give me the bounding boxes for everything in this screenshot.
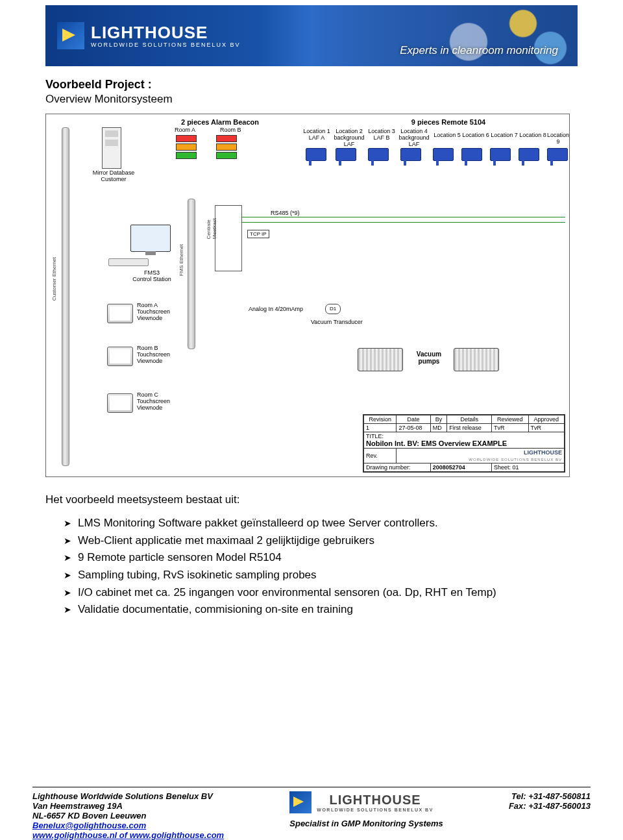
d1-label: D1 [325, 304, 341, 314]
alarm-beacon-title: 2 pieces Alarm Beacon [175, 118, 265, 126]
tb-row-by: MD [430, 424, 447, 432]
footer-addr1: Van Heemstraweg 19A [32, 801, 224, 811]
tb-row-approved: TvR [528, 424, 564, 432]
tb-row-date: 27-05-08 [397, 424, 430, 432]
footer-logo: LIGHTHOUSE WORLDWIDE SOLUTIONS BENELUX B… [289, 791, 443, 813]
tb-rev-label: Rev. [364, 449, 397, 463]
remote-5104-title: 9 pieces Remote 5104 [384, 118, 513, 126]
fms3-label: FMS3 Control Station [129, 270, 175, 283]
tb-hdr-reviewed: Reviewed [492, 415, 529, 424]
centrale-meetkast-label: Centrale Meetkast [206, 218, 217, 239]
loc7: Location 7 [490, 132, 519, 139]
list-item: 9 Remote particle sensoren Model R5104 [64, 550, 578, 566]
body-intro: Het voorbeeld meetsysteem bestaat uit: [45, 493, 578, 508]
tb-hdr-date: Date [397, 415, 430, 424]
tb-row-reviewed: TvR [492, 424, 529, 432]
analog-in-label: Analog In 4/20mAmp [249, 306, 303, 313]
list-item: I/O cabinet met ca. 25 ingangen voor env… [64, 585, 578, 601]
list-item: Web-Client applicatie met maximaal 2 gel… [64, 533, 578, 549]
system-diagram: Customer Ethernet FMS Ethernet Mirror Da… [45, 114, 570, 477]
sensor-icon [306, 148, 326, 161]
mirror-db-server-icon [102, 127, 121, 169]
tb-title-label: TITLE: [366, 433, 384, 439]
loc3: Location 3 LAF B [367, 129, 397, 142]
footer-specialist: Specialist in GMP Monitoring Systems [289, 819, 443, 828]
customer-ethernet-label: Customer Ethernet [51, 257, 57, 301]
fms-ethernet-label: FMS Ethernet [178, 244, 184, 276]
tb-hdr-approved: Approved [528, 415, 564, 424]
mirror-db-label: Mirror Database Customer [88, 170, 140, 183]
tablet-icon [107, 304, 133, 323]
viewnode-b-label: Room B Touchscreen Viewnode [137, 345, 195, 365]
loc8: Location 8 [519, 132, 547, 139]
footer-addr2: NL-6657 KD Boven Leeuwen [32, 811, 224, 821]
footer-logo-main: LIGHTHOUSE [317, 793, 434, 808]
sensor-icon [519, 148, 539, 161]
tb-drawing-label: Drawing number: [364, 463, 431, 472]
room-a-label: Room A [175, 127, 195, 134]
lighthouse-logo-icon [289, 791, 312, 813]
tb-sheet: Sheet: 01 [492, 463, 565, 472]
footer-fax: Fax: +31-487-560013 [509, 801, 591, 811]
loc9: Location 9 [547, 132, 569, 145]
vacuum-pump-icon [358, 348, 403, 371]
page-footer: Lighthouse Worldwide Solutions Benelux B… [32, 787, 591, 840]
tablet-icon [107, 393, 133, 413]
brand-sub: WORLDWIDE SOLUTIONS BENELUX BV [91, 42, 241, 48]
footer-web-link[interactable]: www.golighthouse.nl of www.golighthouse.… [32, 830, 224, 840]
list-item: Validatie documentatie, commisioning on-… [64, 602, 578, 618]
loc1: Location 1 LAF A [302, 129, 332, 142]
header-banner: LIGHTHOUSE WORLDWIDE SOLUTIONS BENELUX B… [45, 5, 578, 66]
tb-row-details: First release [447, 424, 492, 432]
tb-drawing-value: 2008052704 [430, 463, 491, 472]
footer-company: Lighthouse Worldwide Solutions Benelux B… [32, 791, 224, 801]
sensor-icon [400, 148, 421, 161]
tablet-icon [107, 347, 133, 366]
page-title: Voorbeeld Project : [45, 78, 578, 92]
footer-tel: Tel: +31-487-560811 [509, 791, 591, 801]
tb-hdr-details: Details [447, 415, 492, 424]
room-b-label: Room B [220, 127, 241, 134]
lighthouse-logo-icon [57, 22, 84, 49]
feature-list: LMS Monitoring Software pakket geïnstall… [45, 515, 578, 618]
sensor-icon [490, 148, 511, 161]
viewnode-a-label: Room A Touchscreen Viewnode [137, 303, 195, 322]
viewnode-c-label: Room C Touchscreen Viewnode [137, 392, 195, 412]
sensor-icon [461, 148, 482, 161]
sensor-icon [547, 148, 568, 161]
drawing-title-block: Revision Date By Details Reviewed Approv… [363, 414, 565, 473]
tb-row-rev: 1 [364, 424, 397, 432]
loc6: Location 6 [461, 132, 490, 139]
page-subtitle: Overview Monitorsysteem [45, 93, 578, 106]
rs485-label: RS485 (*9) [271, 210, 300, 217]
list-item: LMS Monitoring Software pakket geïnstall… [64, 515, 578, 532]
loc4: Location 4 background LAF [397, 129, 432, 148]
footer-email-link[interactable]: Benelux@golighthouse.com [32, 821, 146, 830]
fms3-monitor-icon [130, 225, 171, 252]
tb-logo-sub: WORLDWIDE SOLUTIONS BENELUX BV [469, 458, 562, 462]
tb-title-value: Nobilon Int. BV: EMS Overview EXAMPLE [366, 439, 507, 447]
list-item: Sampling tubing, RvS isokinetic sampling… [64, 567, 578, 584]
tb-hdr-revision: Revision [364, 415, 397, 424]
loc5: Location 5 [433, 132, 461, 139]
tb-logo-main: LIGHTHOUSE [524, 449, 562, 456]
sensor-icon [368, 148, 389, 161]
brand-name: LIGHTHOUSE [91, 24, 241, 41]
sensor-icon [336, 148, 356, 161]
vacuum-transducer-label: Vacuum Transducer [311, 319, 363, 326]
tb-hdr-by: By [430, 415, 447, 424]
header-tagline: Experts in cleanroom monitoring [400, 44, 558, 57]
sensor-icon [433, 148, 454, 161]
vacuum-pump-icon [454, 348, 499, 371]
loc2: Location 2 background LAF [332, 129, 367, 148]
tcp-ip-label: TCP IP [247, 230, 269, 238]
vacuum-pumps-label: Vacuum pumps [411, 351, 447, 365]
footer-logo-sub: WORLDWIDE SOLUTIONS BENELUX BV [317, 808, 434, 812]
